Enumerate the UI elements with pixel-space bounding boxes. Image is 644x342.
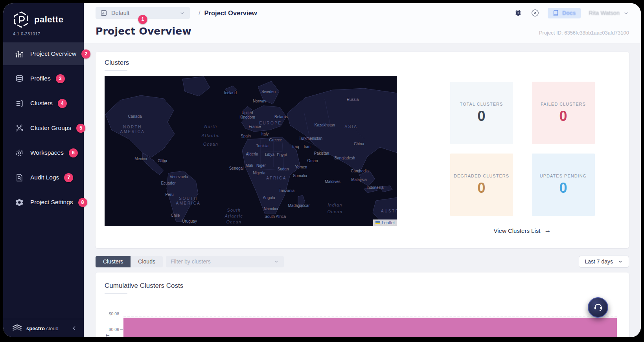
app-window: palette 4.1.0-231017 Project Overview2Pr…	[3, 3, 641, 337]
stat-label: FAILED CLUSTERS	[541, 102, 586, 106]
title-underline	[105, 293, 127, 294]
sidebar-item-project-overview[interactable]: Project Overview2	[3, 42, 84, 65]
view-clusters-list-label: View Clusters List	[494, 227, 541, 234]
sidebar-item-profiles[interactable]: Profiles3	[3, 67, 84, 90]
cluster-stats: TOTAL CLUSTERS0FAILED CLUSTERS0DEGRADED …	[450, 82, 595, 216]
footer-brand-light: cloud	[46, 326, 59, 331]
chart-box-icon	[100, 9, 107, 16]
map-attribution[interactable]: Leaflet	[373, 219, 397, 226]
desktop: { "sidebar": { "brand": "palette", "vers…	[0, 0, 644, 342]
stat-label: DEGRADED CLUSTERS	[454, 174, 509, 178]
main-area: Default 1 / Project Overview Docs	[84, 3, 641, 337]
docs-button[interactable]: Docs	[548, 8, 580, 18]
y-tick: $0.08	[105, 311, 123, 316]
world-map[interactable]: IcelandSwedenNorwayRussiaCanadaUnitedKin…	[105, 76, 397, 226]
costs-card: Cumulative Clusters Costs COST $0.08 $0.…	[96, 273, 629, 337]
cluster-stats-panel: TOTAL CLUSTERS0FAILED CLUSTERS0DEGRADED …	[397, 82, 620, 234]
sidebar-item-cluster-groups[interactable]: Cluster Groups5	[3, 117, 84, 139]
help-button[interactable]	[531, 9, 539, 17]
stat-value: 0	[477, 108, 485, 124]
sidebar-item-label: Project Overview	[30, 50, 76, 57]
user-menu[interactable]: Rita Watson	[589, 10, 629, 16]
bug-report-button[interactable]	[514, 9, 523, 17]
sidebar-collapse-button[interactable]	[71, 325, 77, 331]
sidebar-item-label: Cluster Groups	[30, 124, 71, 132]
chevron-down-icon	[179, 10, 185, 16]
tab-clusters[interactable]: Clusters	[96, 256, 131, 267]
main-body: Clusters	[84, 43, 641, 337]
world-map-land	[105, 76, 397, 226]
footer-brand-bold: spectro	[26, 326, 45, 331]
page-head: Project Overview Project ID: 6356fc38bb1…	[96, 26, 629, 43]
project-scope-selector[interactable]: Default 1	[96, 7, 190, 19]
sidebar-item-workspaces[interactable]: Workspaces6	[3, 141, 84, 164]
y-tick: $0.06	[105, 327, 123, 332]
arrow-right-icon: →	[544, 227, 551, 234]
orbit-icon	[15, 148, 24, 157]
breadcrumb-current[interactable]: Project Overview	[204, 9, 257, 17]
version-label: 4.1.0-231017	[3, 31, 84, 36]
cost-area-series	[123, 318, 617, 337]
chart-gridline	[123, 316, 617, 316]
stat-value: 0	[477, 180, 485, 196]
support-fab[interactable]	[588, 297, 608, 318]
network-icon	[15, 124, 24, 133]
palette-logo-icon	[13, 11, 30, 28]
clusters-card: Clusters	[96, 52, 629, 248]
time-range-value: Last 7 days	[585, 258, 613, 265]
project-id: Project ID: 6356fc38bb1aac03afd73100	[539, 30, 629, 36]
analytics-icon	[15, 49, 24, 59]
chart-scope-tabs: ClustersClouds	[96, 256, 163, 267]
gear-icon	[15, 198, 24, 207]
costs-chart: COST $0.08 $0.06	[105, 299, 620, 337]
stat-card-degraded-clusters: DEGRADED CLUSTERS0	[450, 154, 513, 216]
brand-name: palette	[34, 15, 63, 25]
stat-label: TOTAL CLUSTERS	[460, 102, 503, 106]
list-icon	[15, 99, 24, 108]
book-icon	[552, 10, 559, 16]
map-attribution-label: Leaflet	[382, 220, 395, 225]
footer-brand: spectro cloud	[26, 326, 67, 331]
docs-label: Docs	[562, 10, 576, 16]
title-underline	[105, 70, 127, 71]
sidebar-item-clusters[interactable]: Clusters4	[3, 92, 84, 115]
topbar-actions: Docs Rita Watson	[514, 8, 629, 18]
y-tick-label: $0.06	[109, 327, 119, 332]
stat-card-total-clusters: TOTAL CLUSTERS0	[450, 82, 513, 144]
flag-icon	[375, 221, 380, 224]
stat-card-updates-pending: UPDATES PENDING0	[532, 154, 595, 216]
clusters-card-title: Clusters	[105, 59, 620, 67]
step-badge-5: 5	[76, 124, 85, 133]
y-tick-label: $0.08	[109, 311, 119, 316]
headset-icon	[593, 302, 604, 313]
cluster-filter-placeholder: Filter by clusters	[171, 258, 274, 265]
sidebar-item-label: Audit Logs	[30, 174, 59, 181]
tab-clouds[interactable]: Clouds	[131, 256, 163, 267]
topbar: Default 1 / Project Overview Docs	[96, 6, 629, 20]
sidebar-item-label: Profiles	[30, 75, 51, 82]
time-range-select[interactable]: Last 7 days	[579, 256, 629, 268]
sidebar-item-audit-logs[interactable]: Audit Logs7	[3, 166, 84, 189]
stat-label: UPDATES PENDING	[540, 174, 587, 178]
chevron-down-icon	[623, 10, 629, 16]
sidebar-item-project-settings[interactable]: Project Settings8	[3, 191, 84, 214]
page-title: Project Overview	[96, 26, 191, 37]
stat-value: 0	[559, 108, 567, 124]
header-band: Default 1 / Project Overview Docs	[84, 3, 641, 43]
clusters-body: IcelandSwedenNorwayRussiaCanadaUnitedKin…	[105, 76, 620, 234]
layers-icon	[15, 74, 24, 83]
doc-search-icon	[15, 173, 24, 182]
step-badge-4: 4	[58, 99, 67, 108]
filter-bar: ClustersClouds Filter by clusters Last 7…	[96, 256, 629, 267]
sidebar-nav: Project Overview2Profiles3Clusters4Clust…	[3, 42, 84, 319]
spectrocloud-logo-icon	[12, 324, 22, 333]
stat-card-failed-clusters: FAILED CLUSTERS0	[532, 82, 595, 144]
chevron-down-icon	[274, 259, 279, 264]
sidebar: palette 4.1.0-231017 Project Overview2Pr…	[3, 3, 84, 337]
step-badge-1: 1	[138, 15, 147, 24]
view-clusters-list-link[interactable]: View Clusters List →	[494, 227, 551, 234]
brand: palette	[3, 3, 84, 31]
cluster-filter-select[interactable]: Filter by clusters	[166, 256, 284, 267]
step-badge-6: 6	[69, 148, 78, 157]
sidebar-footer: spectro cloud	[3, 319, 84, 337]
